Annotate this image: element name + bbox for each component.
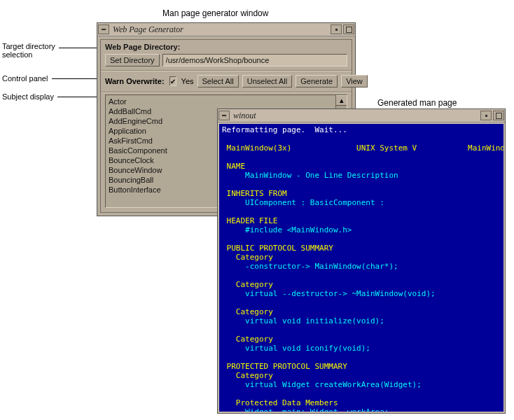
generator-titlebar[interactable]: Web Page Generator — [97, 23, 355, 36]
minimize-icon[interactable] — [331, 24, 342, 34]
callout-line — [52, 78, 97, 79]
window-menu-icon[interactable] — [98, 24, 109, 34]
callout-control-panel: Control panel — [2, 74, 48, 83]
directory-input[interactable] — [162, 54, 347, 66]
caption-generator: Man page generator window — [162, 8, 268, 18]
generate-button[interactable]: Generate — [296, 75, 338, 88]
generator-title: Web Page Generator — [110, 24, 330, 35]
window-menu-icon[interactable] — [218, 111, 230, 120]
maximize-icon[interactable] — [343, 24, 354, 34]
dir-label: Web Page Directory: — [101, 40, 352, 52]
view-button[interactable]: View — [341, 75, 368, 88]
callout-target-dir: Target directoryselection — [2, 42, 55, 59]
warn-overwrite-label: Warn Overwrite: — [105, 77, 165, 85]
list-item[interactable]: Actor — [109, 97, 333, 106]
unselect-all-button[interactable]: Unselect All — [242, 75, 292, 88]
callout-line — [57, 97, 97, 97]
warn-overwrite-checkbox[interactable]: ✔ — [169, 76, 176, 86]
terminal-title: winout — [230, 111, 480, 121]
yes-label: Yes — [181, 77, 194, 85]
select-all-button[interactable]: Select All — [197, 75, 239, 88]
callout-subject-display: Subject display — [2, 92, 54, 101]
terminal-window: winout Reformatting page. Wait... MainWi… — [217, 108, 506, 414]
maximize-icon[interactable] — [493, 111, 504, 120]
set-directory-button[interactable]: Set Directory — [105, 54, 160, 66]
caption-terminal: Generated man page — [377, 98, 457, 108]
scroll-up-icon[interactable]: ▴ — [336, 95, 347, 106]
callout-line — [59, 48, 97, 48]
minimize-icon[interactable] — [480, 111, 492, 120]
terminal-titlebar[interactable]: winout — [218, 109, 505, 122]
terminal-output: Reformatting page. Wait... MainWindow(3x… — [219, 124, 503, 412]
